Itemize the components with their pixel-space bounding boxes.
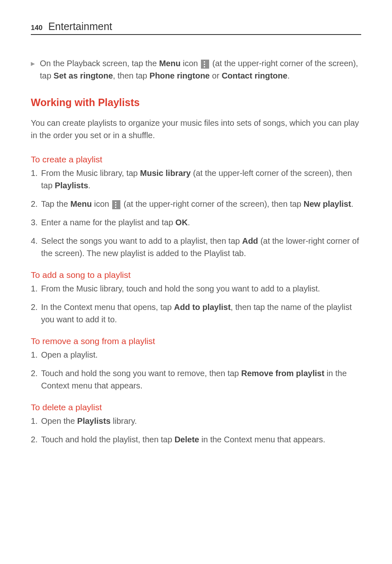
list-number: 1. (31, 282, 41, 295)
section-title: Entertainment (48, 21, 112, 32)
heading-add-song: To add a song to a playlist (31, 270, 361, 280)
text-fragment: In the Context menu that opens, tap (41, 303, 174, 312)
page-header: 140 Entertainment (31, 21, 361, 35)
list-number: 3. (31, 216, 41, 229)
playlists-label: Playlists (55, 181, 88, 190)
list-item: 4. Select the songs you want to add to a… (31, 235, 361, 259)
list-item: 1. Open a playlist. (31, 349, 361, 361)
list-item: 1. Open the Playlists library. (31, 415, 361, 427)
text-fragment: Select the songs you want to add to a pl… (41, 236, 242, 245)
text-fragment: Open the (41, 416, 77, 425)
menu-label: Menu (159, 59, 180, 68)
text-fragment: , then tap (113, 71, 150, 80)
list-item: 3. Enter a name for the playlist and tap… (31, 216, 361, 229)
playback-instruction: ▶ On the Playback screen, tap the Menu i… (31, 57, 361, 82)
remove-from-playlist-label: Remove from playlist (241, 369, 324, 378)
text-fragment: . (188, 218, 190, 227)
list-item: 1. From the Music library, touch and hol… (31, 282, 361, 295)
list-number: 4. (31, 235, 41, 259)
list-text: Enter a name for the playlist and tap OK… (41, 216, 361, 229)
add-label: Add (242, 236, 258, 245)
new-playlist-label: New playlist (304, 199, 351, 208)
heading-create-playlist: To create a playlist (31, 155, 361, 164)
list-text: Open the Playlists library. (41, 415, 361, 427)
text-fragment: Touch and hold the playlist, then tap (41, 435, 175, 444)
text-fragment: Touch and hold the song you want to remo… (41, 369, 241, 378)
list-item: 2. In the Context menu that opens, tap A… (31, 301, 361, 326)
list-item: 2. Touch and hold the playlist, then tap… (31, 433, 361, 446)
playlists-label: Playlists (77, 416, 111, 425)
list-number: 2. (31, 433, 41, 446)
bullet-arrow-icon: ▶ (31, 57, 40, 82)
list-number: 2. (31, 198, 41, 210)
list-text: Select the songs you want to add to a pl… (41, 235, 361, 259)
menu-icon (112, 200, 120, 209)
text-fragment: . (88, 181, 91, 190)
list-number: 2. (31, 367, 41, 392)
list-text: From the Music library, tap Music librar… (41, 167, 361, 192)
text-fragment: . (287, 71, 290, 80)
text-fragment: On the Playback screen, tap the (40, 59, 159, 68)
heading-remove-song: To remove a song from a playlist (31, 336, 361, 346)
text-fragment: in the Context menu that appears. (199, 435, 325, 444)
heading-working-with-playlists: Working with Playlists (31, 97, 361, 109)
list-item: 2. Touch and hold the song you want to r… (31, 367, 361, 392)
list-number: 1. (31, 167, 41, 192)
text-fragment: Tap the (41, 199, 70, 208)
text-fragment: icon (180, 59, 200, 68)
page-number: 140 (31, 24, 42, 32)
ok-label: OK (175, 218, 188, 227)
text-fragment: library. (111, 416, 137, 425)
menu-label: Menu (70, 199, 92, 208)
intro-paragraph: You can create playlists to organize you… (31, 117, 361, 141)
set-ringtone-label: Set as ringtone (53, 71, 113, 80)
text-fragment: From the Music library, tap (41, 169, 140, 178)
add-to-playlist-label: Add to playlist (174, 303, 231, 312)
list-item: 2. Tap the Menu icon (at the upper-right… (31, 198, 361, 210)
list-item: 1. From the Music library, tap Music lib… (31, 167, 361, 192)
list-text: Tap the Menu icon (at the upper-right co… (41, 198, 361, 210)
delete-label: Delete (175, 435, 199, 444)
list-text: Open a playlist. (41, 349, 361, 361)
text-fragment: icon (92, 199, 111, 208)
menu-icon (201, 60, 209, 69)
text-fragment: or (210, 71, 221, 80)
list-number: 1. (31, 349, 41, 361)
list-text: Touch and hold the playlist, then tap De… (41, 433, 361, 446)
text-fragment: (at the upper-right corner of the screen… (121, 199, 304, 208)
list-number: 2. (31, 301, 41, 326)
heading-delete-playlist: To delete a playlist (31, 402, 361, 412)
list-text: Touch and hold the song you want to remo… (41, 367, 361, 392)
text-fragment: Enter a name for the playlist and tap (41, 218, 175, 227)
list-text: In the Context menu that opens, tap Add … (41, 301, 361, 326)
contact-ringtone-label: Contact ringtone (221, 71, 287, 80)
bullet-text: On the Playback screen, tap the Menu ico… (40, 57, 361, 82)
music-library-label: Music library (140, 169, 191, 178)
text-fragment: . (351, 199, 353, 208)
list-text: From the Music library, touch and hold t… (41, 282, 361, 295)
list-number: 1. (31, 415, 41, 427)
phone-ringtone-label: Phone ringtone (150, 71, 210, 80)
